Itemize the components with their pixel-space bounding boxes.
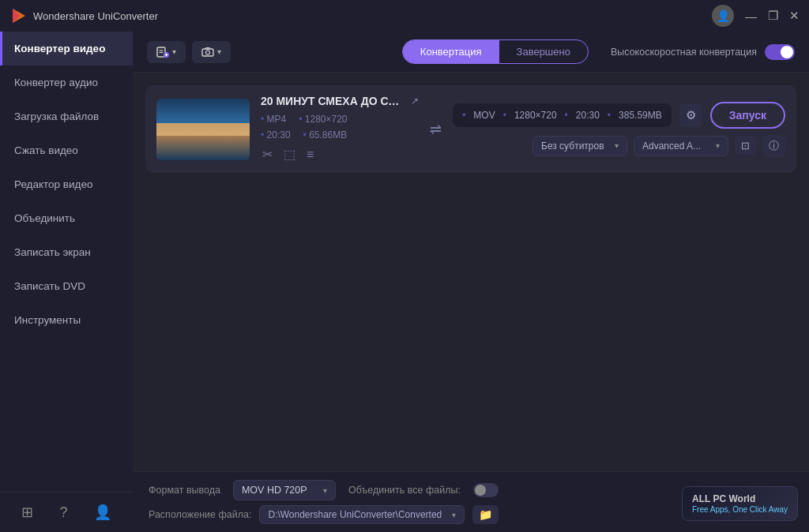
camera-icon: [201, 46, 214, 58]
svg-rect-8: [202, 49, 213, 56]
convert-top: • MOV • 1280×720 • 20:30 • 385.59MB ⚙ За…: [453, 102, 785, 129]
audio-dropdown[interactable]: Advanced A... ▾: [634, 136, 728, 156]
toolbar: ▾ ▾: [147, 41, 393, 63]
file-thumbnail[interactable]: [156, 99, 250, 160]
title-bar: Wondershare UniConverter 👤 — ❐ ✕: [0, 0, 809, 32]
minimize-button[interactable]: —: [745, 9, 757, 23]
speed-label: Высокоскоростная конвертация: [611, 47, 757, 58]
output-resolution: 1280×720: [514, 110, 557, 121]
convert-bottom: Без субтитров ▾ Advanced A... ▾ ⊡ ⓘ: [453, 135, 785, 157]
tab-group: Конвертация Завершено: [402, 39, 589, 64]
settings-button[interactable]: ⚙: [679, 103, 702, 127]
start-button[interactable]: Запуск: [710, 102, 785, 129]
sidebar-item-tools[interactable]: Инструменты: [0, 303, 133, 337]
sidebar-item-merge[interactable]: Объединить: [0, 201, 133, 235]
sidebar-bottom: ⊞ ? 👤: [0, 492, 133, 532]
open-folder-button[interactable]: 📁: [472, 505, 499, 524]
close-button[interactable]: ✕: [789, 9, 800, 23]
app-logo: Wondershare UniConverter: [9, 7, 712, 24]
speed-toggle-area: Высокоскоростная конвертация: [611, 44, 795, 60]
svg-point-9: [206, 51, 210, 54]
app-body: Конвертер видео Конвертер аудио Загрузка…: [0, 32, 809, 532]
file-name: 20 МИНУТ СМЕХА ДО СЛЁЗ - ЛУЧШИЕ ПРИК...: [261, 95, 404, 107]
thumbnail-image: [156, 99, 250, 160]
table-row: 20 МИНУТ СМЕХА ДО СЛЁЗ - ЛУЧШИЕ ПРИК... …: [145, 85, 796, 173]
sidebar-item-editor[interactable]: Редактор видео: [0, 167, 133, 201]
output-duration: 20:30: [576, 110, 600, 121]
title-bar-controls: 👤 — ❐ ✕: [712, 5, 800, 27]
path-select-arrow: ▾: [452, 511, 456, 519]
merge-toggle[interactable]: [473, 483, 499, 497]
output-format: MOV: [473, 110, 495, 121]
preview-button[interactable]: ⊡: [735, 136, 756, 155]
user-avatar[interactable]: 👤: [712, 5, 734, 27]
user-settings-icon[interactable]: 👤: [94, 504, 111, 521]
output-format-dot: •: [462, 110, 465, 121]
output-info[interactable]: • MOV • 1280×720 • 20:30 • 385.59MB: [453, 103, 672, 127]
file-convert: • MOV • 1280×720 • 20:30 • 385.59MB ⚙ За…: [453, 102, 785, 157]
sidebar: Конвертер видео Конвертер аудио Загрузка…: [0, 32, 133, 532]
crop-button[interactable]: ⬚: [282, 145, 297, 163]
file-meta-2: 20:30 65.86MB: [261, 129, 419, 140]
display-icon[interactable]: ⊞: [21, 504, 33, 521]
file-resolution: 1280×720: [299, 114, 347, 125]
app-title: Wondershare UniConverter: [33, 10, 158, 22]
file-info: 20 МИНУТ СМЕХА ДО СЛЁЗ - ЛУЧШИЕ ПРИК... …: [261, 95, 419, 163]
app-logo-icon: [9, 7, 27, 24]
trim-button[interactable]: ✂: [261, 145, 274, 163]
file-meta: MP4 1280×720: [261, 114, 419, 125]
sidebar-item-compress[interactable]: Сжать видео: [0, 133, 133, 167]
file-name-row: 20 МИНУТ СМЕХА ДО СЛЁЗ - ЛУЧШИЕ ПРИК... …: [261, 95, 419, 107]
tab-done[interactable]: Завершено: [499, 40, 588, 63]
format-select-arrow: ▾: [323, 486, 327, 495]
sidebar-item-record-screen[interactable]: Записать экран: [0, 235, 133, 269]
sidebar-item-video-converter[interactable]: Конвертер видео: [0, 32, 133, 66]
subtitle-dropdown[interactable]: Без субтитров ▾: [532, 136, 627, 156]
format-label: Формат вывода: [149, 485, 220, 496]
external-link-icon[interactable]: ↗: [411, 96, 419, 107]
file-list: 20 МИНУТ СМЕХА ДО СЛЁЗ - ЛУЧШИЕ ПРИК... …: [133, 73, 809, 471]
top-bar: ▾ ▾ Конвертация Завершено Высокоскоростн…: [133, 32, 809, 73]
file-size: 65.86MB: [303, 129, 348, 140]
add-file-icon: [156, 46, 169, 58]
help-icon[interactable]: ?: [59, 504, 67, 521]
add-file-chevron: ▾: [172, 47, 176, 56]
sidebar-item-record-dvd[interactable]: Записать DVD: [0, 269, 133, 303]
watermark-badge: ALL PC World Free Apps, One Click Away: [682, 486, 798, 521]
add-camera-button[interactable]: ▾: [192, 41, 231, 63]
tab-converting[interactable]: Конвертация: [403, 40, 499, 63]
sidebar-item-file-upload[interactable]: Загрузка файлов: [0, 99, 133, 133]
output-format-select[interactable]: MOV HD 720P ▾: [233, 480, 336, 500]
add-file-button[interactable]: ▾: [147, 41, 186, 63]
edit-button[interactable]: ≡: [305, 145, 315, 163]
convert-arrow-icon: ⇌: [430, 121, 442, 138]
output-filesize: 385.59MB: [619, 110, 662, 121]
file-format: MP4: [261, 114, 286, 125]
sidebar-item-audio-converter[interactable]: Конвертер аудио: [0, 66, 133, 99]
merge-label: Объединить все файлы:: [348, 485, 461, 496]
file-actions: ✂ ⬚ ≡: [261, 145, 419, 163]
speed-toggle[interactable]: [765, 44, 795, 60]
info-button[interactable]: ⓘ: [762, 135, 785, 157]
output-path-select[interactable]: D:\Wondershare UniConverter\Converted ▾: [259, 505, 465, 524]
path-label: Расположение файла:: [149, 509, 251, 520]
file-duration: 20:30: [261, 129, 291, 140]
restore-button[interactable]: ❐: [768, 9, 778, 23]
camera-chevron: ▾: [217, 47, 221, 56]
content-area: ▾ ▾ Конвертация Завершено Высокоскоростн…: [133, 32, 809, 532]
